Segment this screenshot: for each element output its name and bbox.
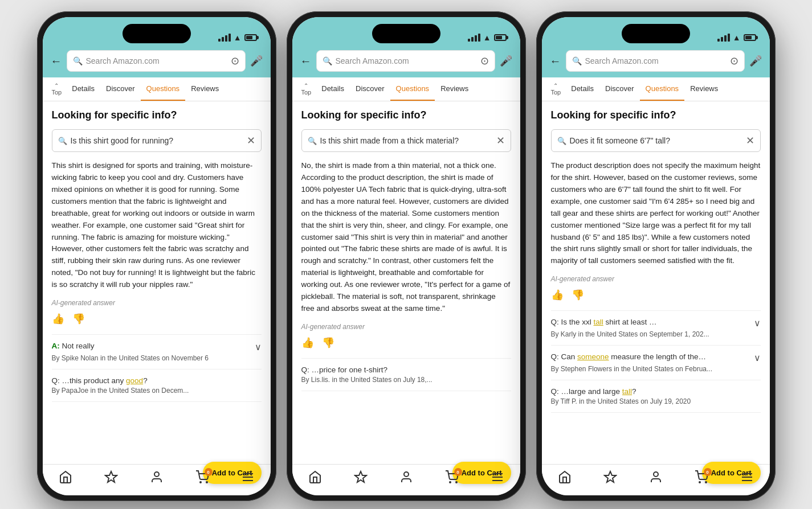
- mic-icon[interactable]: 🎤: [500, 55, 512, 67]
- q-label: Q:: [301, 366, 312, 374]
- tab-details[interactable]: Details: [66, 77, 100, 101]
- qa-question-text: A: Not really: [52, 342, 95, 350]
- chevron-icon[interactable]: ∨: [255, 342, 262, 352]
- camera-icon[interactable]: ⊙: [231, 55, 239, 67]
- search-bar[interactable]: 🔍 Search Amazon.com ⊙: [67, 50, 246, 72]
- qa-by: By Spike Nolan in the United States on N…: [52, 354, 262, 362]
- mic-icon[interactable]: 🎤: [749, 55, 762, 67]
- phone-screen: 9:41 ▲ ← 🔍: [292, 17, 520, 495]
- search-query-box[interactable]: 🔍 Is this shirt good for running? ✕: [52, 129, 262, 152]
- thumbs-up-button[interactable]: 👍: [551, 289, 564, 301]
- sparkle-icon[interactable]: [354, 470, 368, 484]
- tab-reviews[interactable]: Reviews: [435, 77, 474, 101]
- sparkle-icon[interactable]: [104, 470, 118, 484]
- qa-by: By Lis.lis. in the United States on July…: [301, 376, 511, 384]
- answer-label: A:: [52, 342, 62, 350]
- svg-marker-0: [105, 471, 117, 482]
- tab-reviews[interactable]: Reviews: [684, 77, 724, 101]
- phone-frame-phone1: 9:41 ▲ ← 🔍: [37, 11, 276, 501]
- menu-icon[interactable]: [491, 470, 504, 484]
- menu-icon[interactable]: [740, 470, 754, 484]
- search-input-text: Search Amazon.com: [336, 56, 477, 65]
- tab-questions[interactable]: Questions: [640, 77, 685, 101]
- nav-tabs: ⌃ Top Details Discover Questions: [542, 77, 770, 101]
- dynamic-island: [372, 24, 440, 43]
- profile-icon[interactable]: [150, 470, 164, 484]
- qa-question-row[interactable]: Q: …large and large tall?: [551, 387, 761, 396]
- chevron-up-icon: ⌃: [553, 83, 558, 89]
- tab-top[interactable]: ⌃ Top: [297, 78, 316, 100]
- q-label: Q:: [551, 352, 561, 361]
- tab-reviews[interactable]: Reviews: [185, 77, 225, 101]
- tab-details[interactable]: Details: [316, 77, 350, 101]
- tab-questions[interactable]: Questions: [141, 77, 186, 101]
- search-bar[interactable]: 🔍 Search Amazon.com ⊙: [566, 50, 745, 72]
- clear-query-button[interactable]: ✕: [496, 134, 505, 147]
- query-search-icon: 🔍: [58, 137, 67, 145]
- home-icon[interactable]: [308, 470, 322, 484]
- menu-icon[interactable]: [241, 470, 255, 484]
- qa-question-row[interactable]: A: Not really ∨: [52, 342, 262, 352]
- cart-icon[interactable]: 0: [195, 470, 209, 484]
- thumbs-up-button[interactable]: 👍: [301, 336, 314, 349]
- svg-point-3: [206, 482, 207, 483]
- clear-query-button[interactable]: ✕: [247, 134, 255, 147]
- svg-point-8: [404, 472, 409, 477]
- answer-text: No, the shirt is made from a thin materi…: [301, 160, 511, 315]
- chevron-icon[interactable]: ∨: [754, 352, 761, 363]
- thumbs-down-button[interactable]: 👎: [322, 336, 334, 349]
- search-icon: 🔍: [323, 56, 332, 65]
- chevron-up-icon: ⌃: [304, 83, 308, 89]
- tab-discover[interactable]: Discover: [350, 77, 390, 101]
- tab-discover[interactable]: Discover: [100, 77, 141, 101]
- battery-icon: [244, 34, 257, 41]
- thumbs-down-button[interactable]: 👎: [72, 313, 85, 325]
- phone-frame-phone3: 9:41 ▲ ← 🔍: [536, 11, 776, 501]
- qa-question-row[interactable]: Q: …price for one t-shirt?: [301, 366, 511, 374]
- tab-discover[interactable]: Discover: [599, 77, 640, 101]
- ai-generated-label: AI-generated answer: [551, 275, 761, 283]
- qa-question-row[interactable]: Q: Is the xxl tall shirt at least … ∨: [551, 318, 761, 329]
- q-label: Q:: [551, 387, 561, 396]
- qa-question-row[interactable]: Q: …this product any good?: [52, 376, 262, 385]
- tab-details[interactable]: Details: [565, 77, 599, 101]
- chevron-icon[interactable]: ∨: [754, 318, 761, 329]
- sparkle-icon[interactable]: [603, 470, 617, 484]
- back-button[interactable]: ←: [51, 55, 62, 68]
- search-query-box[interactable]: 🔍 Does it fit someone 6'7" tall? ✕: [551, 129, 761, 152]
- wifi-icon: ▲: [483, 33, 491, 42]
- nav-tabs: ⌃ Top Details Discover Questions: [292, 77, 520, 101]
- answer-text: The product description does not specify…: [551, 160, 761, 267]
- back-button[interactable]: ←: [300, 55, 312, 68]
- search-input-text: Search Amazon.com: [585, 56, 727, 65]
- profile-icon[interactable]: [649, 470, 663, 484]
- section-title: Looking for specific info?: [52, 109, 262, 121]
- tab-top[interactable]: ⌃ Top: [546, 78, 566, 100]
- back-button[interactable]: ←: [550, 55, 561, 68]
- home-icon[interactable]: [59, 470, 72, 484]
- mic-icon[interactable]: 🎤: [250, 55, 263, 67]
- tab-top-label: Top: [301, 89, 312, 96]
- search-query-text: Is this shirt good for running?: [71, 136, 247, 145]
- search-query-box[interactable]: 🔍 Is this shirt made from a thick materi…: [301, 129, 511, 152]
- chevron-up-icon: ⌃: [54, 83, 59, 89]
- tab-questions[interactable]: Questions: [390, 77, 435, 101]
- search-bar[interactable]: 🔍 Search Amazon.com ⊙: [316, 50, 495, 72]
- phone-screen: 9:41 ▲ ← 🔍: [43, 17, 271, 495]
- thumbs-up-button[interactable]: 👍: [52, 313, 64, 325]
- wifi-icon: ▲: [733, 33, 741, 42]
- clear-query-button[interactable]: ✕: [746, 134, 754, 147]
- tab-top[interactable]: ⌃ Top: [47, 78, 67, 100]
- svg-point-2: [200, 482, 201, 483]
- cart-badge: 0: [704, 468, 712, 476]
- profile-icon[interactable]: [399, 470, 413, 484]
- cart-icon[interactable]: 0: [445, 470, 459, 484]
- camera-icon[interactable]: ⊙: [730, 55, 738, 67]
- home-icon[interactable]: [558, 470, 572, 484]
- qa-question-row[interactable]: Q: Can someone measure the length of the…: [551, 352, 761, 363]
- content-area: Looking for specific info? 🔍 Is this shi…: [292, 101, 520, 464]
- status-icons: ▲: [468, 33, 507, 42]
- thumbs-down-button[interactable]: 👎: [572, 289, 584, 301]
- cart-icon[interactable]: 0: [695, 470, 708, 484]
- camera-icon[interactable]: ⊙: [480, 55, 489, 67]
